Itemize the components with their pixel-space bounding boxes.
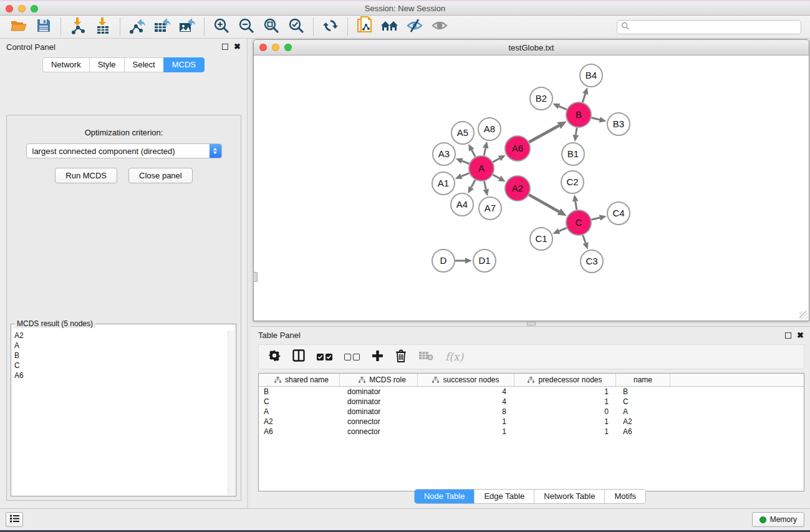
- show-columns-button[interactable]: [292, 349, 305, 364]
- list-item[interactable]: A: [12, 341, 235, 351]
- zoom-fit-button[interactable]: [259, 17, 284, 37]
- criterion-dropdown[interactable]: largest connected component (directed): [26, 143, 222, 158]
- export-table-button[interactable]: [150, 17, 175, 37]
- graph-edge-A-A7[interactable]: [484, 181, 486, 190]
- optimization-criterion-label: Optimization criterion:: [7, 128, 241, 137]
- zoom-selected-button[interactable]: [284, 17, 309, 37]
- list-item[interactable]: B: [12, 351, 235, 360]
- hide-graphics-details-button[interactable]: [402, 17, 427, 37]
- graph-edge-C-C3[interactable]: [583, 235, 586, 243]
- apply-layout-button[interactable]: [318, 17, 343, 37]
- close-panel-icon[interactable]: ✖: [234, 44, 241, 50]
- close-panel-icon[interactable]: ✖: [797, 332, 804, 339]
- table-row[interactable]: A2 connector 1 1 A2: [259, 417, 804, 427]
- tab-mcds[interactable]: MCDS: [163, 57, 205, 72]
- open-session-button[interactable]: [6, 17, 31, 37]
- delete-table-button[interactable]: [418, 351, 433, 363]
- import-network-button[interactable]: [65, 17, 90, 37]
- search-input[interactable]: [632, 22, 797, 31]
- column-header-mcds-role[interactable]: MCDS role: [340, 374, 418, 386]
- network-canvas[interactable]: B4B2BB3A8A5A6B1A3AC2A1A2A4A7C4CC1C3DD1: [254, 56, 809, 321]
- zoom-in-icon: [213, 17, 229, 36]
- graph-edge-arrowhead: [465, 258, 472, 264]
- export-image-button[interactable]: [175, 17, 200, 37]
- column-header-predecessor-nodes[interactable]: predecessor nodes: [514, 374, 616, 386]
- table-settings-button[interactable]: [268, 349, 281, 364]
- network-graph[interactable]: B4B2BB3A8A5A6B1A3AC2A1A2A4A7C4CC1C3DD1: [254, 56, 807, 321]
- zoom-network-button[interactable]: [284, 44, 292, 51]
- minimize-window-button[interactable]: [18, 5, 26, 12]
- minimize-network-button[interactable]: [272, 44, 279, 51]
- graph-edge-C-C1[interactable]: [559, 228, 566, 231]
- memory-button[interactable]: Memory: [752, 512, 804, 527]
- result-scrollbar[interactable]: [228, 331, 235, 495]
- tab-network[interactable]: Network: [42, 57, 89, 72]
- table-row[interactable]: A6 connector 1 1 A6: [259, 427, 804, 437]
- tab-style[interactable]: Style: [89, 57, 124, 72]
- close-window-button[interactable]: [6, 5, 13, 12]
- close-panel-button[interactable]: Close panel: [128, 168, 193, 183]
- delete-columns-button[interactable]: [395, 349, 407, 365]
- list-item[interactable]: C: [12, 360, 235, 370]
- graph-edge-B-B3[interactable]: [591, 118, 599, 120]
- graph-edge-C-C4[interactable]: [591, 218, 599, 220]
- graph-edge-A2-C[interactable]: [529, 195, 559, 211]
- add-column-button[interactable]: [372, 350, 383, 364]
- graph-edge-A-A8[interactable]: [484, 148, 485, 155]
- table-row[interactable]: C dominator 4 1 C: [259, 397, 804, 407]
- graph-edge-A-A3[interactable]: [462, 161, 469, 163]
- tab-network-table[interactable]: Network Table: [534, 490, 605, 503]
- split-divider-handle[interactable]: [253, 272, 258, 282]
- graph-node-label: B: [576, 109, 582, 120]
- table-row[interactable]: A dominator 8 0 A: [259, 407, 804, 417]
- unselect-all-columns-button[interactable]: [344, 354, 360, 360]
- graph-edge-A-A1[interactable]: [461, 173, 470, 177]
- home-button[interactable]: [377, 17, 402, 37]
- new-network-button[interactable]: [352, 17, 377, 37]
- graph-edge-A-A5[interactable]: [471, 150, 475, 157]
- network-title: testGlobe.txt: [509, 43, 554, 52]
- graph-edge-A-A2[interactable]: [493, 175, 499, 178]
- tab-select[interactable]: Select: [124, 57, 163, 72]
- save-session-button[interactable]: [31, 17, 56, 37]
- run-mcds-button[interactable]: Run MCDS: [55, 168, 117, 183]
- column-header-shared-name[interactable]: shared name: [259, 374, 340, 386]
- zoom-out-button[interactable]: [234, 17, 259, 37]
- column-header-empty: [670, 374, 804, 386]
- column-header-name[interactable]: name: [616, 374, 670, 386]
- toolbar-separator: [313, 18, 314, 36]
- checked-box-icon: [317, 354, 324, 360]
- search-field[interactable]: [617, 20, 801, 34]
- float-panel-icon[interactable]: [222, 44, 228, 50]
- tab-edge-table[interactable]: Edge Table: [475, 490, 534, 503]
- close-network-button[interactable]: [259, 44, 267, 51]
- network-window-titlebar[interactable]: testGlobe.txt: [254, 40, 809, 56]
- column-header-successor-nodes[interactable]: successor nodes: [418, 374, 514, 386]
- mcds-result-list[interactable]: A2 A B C A6: [12, 331, 235, 495]
- select-all-columns-button[interactable]: [317, 354, 332, 360]
- list-item[interactable]: A2: [12, 331, 235, 341]
- graph-edge-B-B4[interactable]: [582, 94, 585, 102]
- tab-node-table[interactable]: Node Table: [415, 490, 475, 503]
- table-row[interactable]: B dominator 4 1 B: [259, 387, 804, 397]
- resize-grip-icon[interactable]: [799, 311, 808, 319]
- function-builder-button[interactable]: f(x): [445, 351, 463, 363]
- zoom-in-button[interactable]: [209, 17, 234, 37]
- export-network-button[interactable]: [125, 17, 150, 37]
- graph-edge-C-C2[interactable]: [576, 201, 577, 210]
- show-panels-menu-button[interactable]: [6, 512, 23, 527]
- graph-edge-A-A4[interactable]: [471, 180, 475, 188]
- zoom-window-button[interactable]: [31, 5, 38, 12]
- show-graphics-details-button[interactable]: [427, 17, 452, 37]
- graph-edge-B-B1[interactable]: [576, 128, 577, 135]
- split-divider-handle[interactable]: [527, 322, 536, 326]
- tab-motifs[interactable]: Motifs: [605, 490, 645, 503]
- import-table-button[interactable]: [90, 17, 115, 37]
- graph-edge-B-B2[interactable]: [559, 106, 566, 109]
- float-panel-icon[interactable]: [785, 332, 791, 339]
- attribute-icon: [359, 377, 365, 383]
- graph-edge-A6-B[interactable]: [529, 125, 559, 142]
- graph-edge-A-A6[interactable]: [493, 158, 499, 162]
- list-item[interactable]: A6: [12, 370, 235, 380]
- export-image-icon: [178, 17, 196, 37]
